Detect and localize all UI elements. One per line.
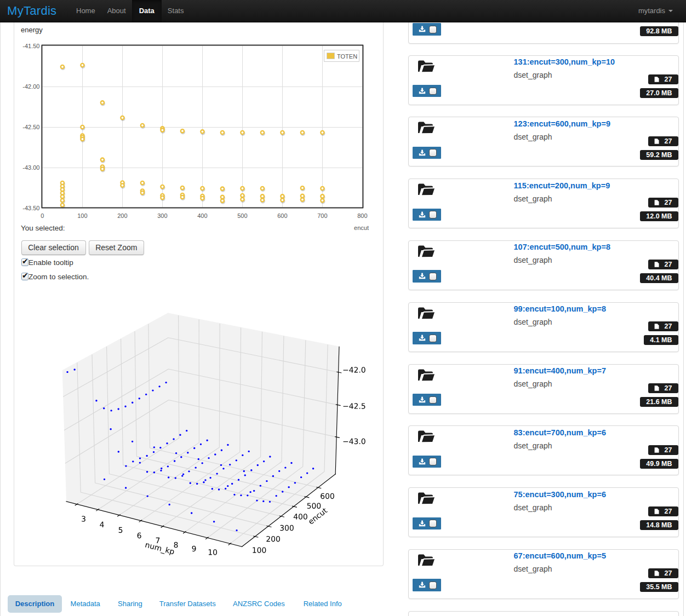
svg-text:400: 400	[197, 212, 207, 219]
svg-text:-43.50: -43.50	[22, 205, 39, 211]
svg-text:-42.00: -42.00	[22, 83, 39, 90]
svg-text:TOTEN: TOTEN	[337, 53, 357, 60]
svg-text:-43.00: -43.00	[22, 164, 39, 171]
svg-text:800: 800	[357, 212, 367, 219]
svg-text:-41.50: -41.50	[22, 43, 39, 49]
svg-text:-42.50: -42.50	[22, 124, 39, 130]
svg-text:600: 600	[277, 212, 287, 219]
svg-text:0: 0	[41, 212, 44, 219]
svg-text:300: 300	[157, 212, 167, 219]
svg-text:700: 700	[317, 212, 327, 219]
svg-text:100: 100	[77, 212, 87, 219]
svg-text:500: 500	[237, 212, 247, 219]
svg-text:200: 200	[117, 212, 127, 219]
svg-text:encut: encut	[354, 224, 369, 231]
